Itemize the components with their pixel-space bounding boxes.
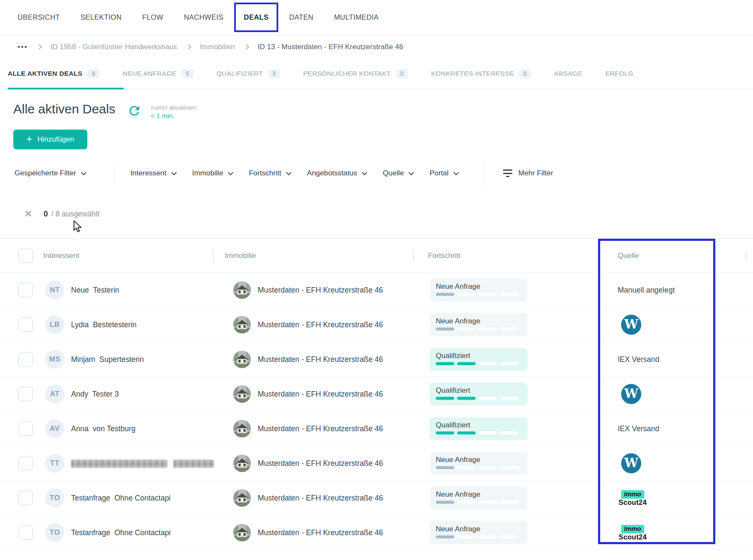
progress-segment (500, 293, 518, 296)
nav-item-daten[interactable]: DATEN (289, 13, 313, 21)
top-navigation: ÜBERSICHT SELEKTION FLOW NACHWEIS DEALS … (0, 0, 753, 35)
row-checkbox[interactable] (18, 283, 33, 297)
nav-item-selektion[interactable]: SELEKTION (80, 13, 122, 21)
table-header: Interessent Immobilie Fortschritt Quelle (0, 238, 753, 273)
column-header-interessent[interactable]: Interessent (43, 252, 79, 260)
wordpress-icon: W (621, 453, 641, 474)
progress-segment (457, 328, 476, 331)
breadcrumb-item-contact[interactable]: ID 1958 - Gutenfürster Handwerkshaus (51, 43, 177, 51)
property-photo (233, 281, 251, 299)
table-row[interactable]: LB Lydia Bestetesterin Musterdaten - EFH… (0, 308, 753, 342)
progress-segment (479, 362, 497, 365)
interessent-name: Anna von Testburg (71, 424, 135, 433)
row-checkbox[interactable] (18, 421, 33, 436)
filter-fortschritt[interactable]: Fortschritt (249, 169, 291, 178)
nav-item-deals[interactable]: DEALS (244, 13, 269, 21)
wordpress-icon: W (621, 315, 641, 335)
row-checkbox[interactable] (18, 456, 33, 471)
add-deal-button[interactable]: + Hinzufügen (13, 130, 87, 149)
table-row[interactable]: AV Anna von Testburg Musterdaten - EFH K… (0, 412, 753, 446)
row-checkbox[interactable] (18, 491, 33, 505)
breadcrumb-item-current[interactable]: ID 13 - Musterdaten - EFH Kreutzerstraße… (258, 43, 403, 51)
progress-segment (479, 293, 497, 296)
nav-item-multimedia[interactable]: MULTIMEDIA (334, 13, 379, 21)
table-row[interactable]: AT Andy Tester 3 Musterdaten - EFH Kreut… (0, 377, 753, 412)
column-header-immobilie[interactable]: Immobilie (225, 252, 256, 260)
select-all-checkbox[interactable] (18, 249, 33, 263)
progress-segment (500, 397, 518, 400)
column-header-quelle[interactable]: Quelle (618, 252, 639, 260)
filter-immobilie[interactable]: Immobilie (192, 169, 233, 178)
avatar: TO (45, 523, 64, 542)
property-photo (233, 455, 251, 472)
filter-interessent[interactable]: Interessent (131, 169, 176, 178)
saved-filter-dropdown[interactable]: Gespeicherte Filter (15, 169, 86, 178)
immoscout24-logo: ImmoScout24 (619, 525, 647, 541)
progress-chip: Neue Anfrage (430, 452, 527, 475)
active-tab-underline (8, 88, 124, 89)
interessent-name-redacted (71, 459, 214, 468)
column-resize-handle[interactable] (213, 251, 214, 261)
chevron-down-icon (362, 170, 367, 175)
tab-absage[interactable]: ABSAGE (554, 59, 583, 89)
table-row[interactable]: NT Neue Testerin Musterdaten - EFH Kreut… (0, 273, 753, 308)
table-row[interactable]: TT Musterdaten - EFH Kreutzerstraße 46 N… (0, 446, 753, 481)
progress-segment (479, 328, 497, 331)
more-filters-button[interactable]: Mehr Filter (503, 169, 553, 178)
progress-segments (436, 397, 521, 400)
row-checkbox[interactable] (18, 352, 33, 367)
chevron-down-icon (409, 170, 414, 175)
chevron-down-icon (171, 170, 177, 175)
nav-item-flow[interactable]: FLOW (142, 13, 163, 21)
filter-portal[interactable]: Portal (429, 169, 458, 178)
tab-neue-anfrage[interactable]: NEUE ANFRAGE 5 (123, 59, 193, 89)
column-resize-handle[interactable] (413, 251, 414, 261)
breadcrumb-overflow-icon[interactable]: ••• (18, 43, 28, 51)
column-header-fortschritt[interactable]: Fortschritt (428, 252, 461, 260)
nav-item-nachweis[interactable]: NACHWEIS (184, 13, 223, 21)
tab-count-badge: 8 (87, 69, 99, 78)
last-updated-value: < 1 min. (151, 112, 196, 121)
tab-erfolg[interactable]: ERFOLG (605, 59, 634, 89)
table-row[interactable]: TO Testanfrage Ohne Contactapi Musterdat… (0, 516, 753, 550)
clear-selection-button[interactable]: ✕ (24, 209, 33, 219)
progress-segment (500, 328, 518, 331)
table-row[interactable]: MS Mirijam Supertesterin Musterdaten - E… (0, 342, 753, 377)
last-updated: zuletzt aktualisiert < 1 min. (151, 104, 196, 121)
tab-persoenlicher-kontakt[interactable]: PERSÖNLICHER KONTAKT 0 (303, 59, 408, 89)
progress-label: Qualifiziert (436, 421, 521, 430)
tab-konkretes-interesse[interactable]: KONKRETES INTERESSE 0 (431, 59, 531, 89)
column-resize-handle[interactable] (746, 251, 747, 261)
table-row[interactable]: TO Testanfrage Ohne Contactapi Musterdat… (0, 481, 753, 516)
filter-label: Angebotsstatus (307, 169, 357, 178)
progress-segment (500, 536, 518, 539)
tab-label: KONKRETES INTERESSE (431, 70, 514, 77)
progress-segments (436, 362, 521, 365)
progress-segment (457, 432, 476, 435)
filter-list-icon (503, 169, 512, 177)
progress-segment (436, 362, 454, 365)
progress-segment (436, 397, 454, 400)
source-cell: ImmoScout24 (618, 525, 647, 541)
refresh-icon (127, 104, 142, 118)
avatar: TT (45, 454, 64, 473)
property-name: Musterdaten - EFH Kreutzerstraße 46 (258, 320, 383, 329)
filter-label: Interessent (131, 169, 167, 178)
row-checkbox[interactable] (18, 525, 33, 540)
chevron-right-icon (36, 44, 42, 50)
filter-quelle[interactable]: Quelle (383, 169, 413, 178)
breadcrumb-item-immobilien[interactable]: Immobilien (200, 43, 235, 51)
progress-segment (436, 293, 454, 296)
refresh-button[interactable] (127, 104, 142, 119)
tab-label: PERSÖNLICHER KONTAKT (303, 70, 391, 77)
filter-angebotsstatus[interactable]: Angebotsstatus (307, 169, 366, 178)
annotation-box-deals (234, 3, 279, 32)
progress-segment (479, 466, 497, 469)
chevron-right-icon (244, 44, 249, 50)
property-photo (233, 385, 251, 403)
row-checkbox[interactable] (18, 387, 33, 401)
nav-item-uebersicht[interactable]: ÜBERSICHT (18, 13, 60, 21)
row-checkbox[interactable] (18, 317, 33, 332)
tab-qualifiziert[interactable]: QUALIFIZIERT 3 (217, 59, 280, 89)
tab-alle-aktiven-deals[interactable]: ALLE AKTIVEN DEALS 8 (8, 59, 100, 89)
